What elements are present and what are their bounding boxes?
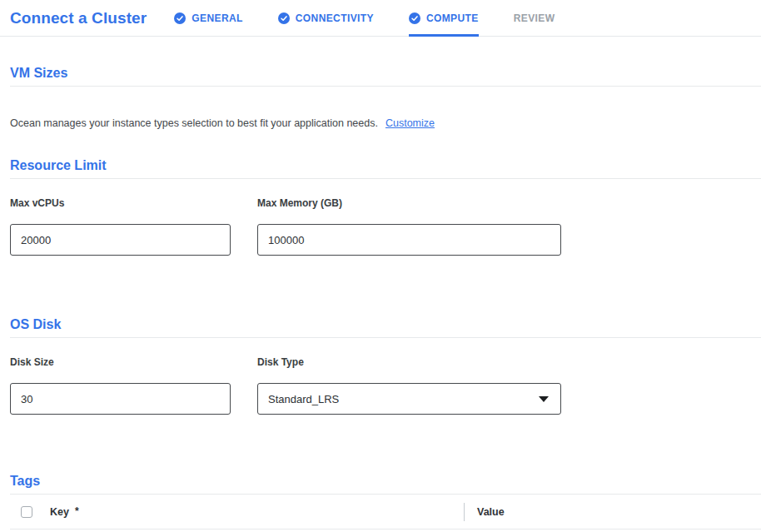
required-asterisk: * [75, 505, 79, 517]
disk-size-input[interactable] [10, 383, 231, 415]
tags-heading: Tags [10, 474, 761, 495]
check-circle-icon [409, 12, 420, 24]
tags-key-column-header: Key * [50, 506, 79, 518]
tab-general-label: GENERAL [191, 12, 242, 24]
tab-connectivity[interactable]: CONNECTIVITY [278, 0, 374, 36]
tab-review[interactable]: REVIEW [514, 0, 555, 36]
tab-connectivity-label: CONNECTIVITY [296, 12, 374, 24]
max-memory-label: Max Memory (GB) [257, 197, 561, 209]
tags-table-header-row: Key * Value [10, 495, 761, 530]
tab-compute-label: COMPUTE [426, 12, 479, 24]
check-circle-icon [174, 12, 186, 24]
wizard-header: Connect a Cluster GENERAL [0, 0, 761, 37]
resource-limit-fields: Max vCPUs Max Memory (GB) [10, 197, 761, 256]
max-memory-input[interactable] [257, 224, 561, 256]
wizard-tabs: GENERAL CONNECTIVITY C [174, 0, 589, 36]
select-all-checkbox[interactable] [21, 506, 32, 518]
max-vcpus-input[interactable] [10, 224, 231, 256]
column-divider [464, 503, 465, 521]
check-circle-icon [278, 12, 290, 24]
os-disk-heading: OS Disk [10, 317, 761, 338]
compute-step-content: VM Sizes Ocean manages your instance typ… [0, 66, 761, 530]
key-header-label: Key [50, 506, 69, 518]
active-tab-underline [409, 34, 479, 37]
disk-type-label: Disk Type [257, 356, 561, 368]
page-title: Connect a Cluster [10, 9, 147, 27]
max-vcpus-label: Max vCPUs [10, 197, 231, 209]
disk-type-selected-value: Standard_LRS [268, 393, 339, 405]
disk-size-field-group: Disk Size [10, 356, 231, 415]
customize-link[interactable]: Customize [385, 117, 435, 129]
tags-value-column-header: Value [477, 506, 505, 518]
os-disk-fields: Disk Size Disk Type Standard_LRS [10, 356, 761, 415]
tab-compute[interactable]: COMPUTE [409, 0, 479, 36]
resource-limit-heading: Resource Limit [10, 158, 761, 179]
vm-sizes-description: Ocean manages your instance types select… [10, 117, 378, 129]
tab-general[interactable]: GENERAL [174, 0, 242, 36]
connect-cluster-wizard: Connect a Cluster GENERAL [0, 0, 761, 532]
caret-down-icon [539, 396, 549, 402]
max-vcpus-field-group: Max vCPUs [10, 197, 231, 256]
vm-sizes-heading: VM Sizes [10, 66, 761, 87]
vm-sizes-description-row: Ocean manages your instance types select… [10, 117, 761, 129]
tab-review-label: REVIEW [514, 12, 555, 24]
disk-type-select[interactable]: Standard_LRS [257, 383, 561, 415]
max-memory-field-group: Max Memory (GB) [257, 197, 561, 256]
disk-size-label: Disk Size [10, 356, 231, 368]
disk-type-field-group: Disk Type Standard_LRS [257, 356, 561, 415]
